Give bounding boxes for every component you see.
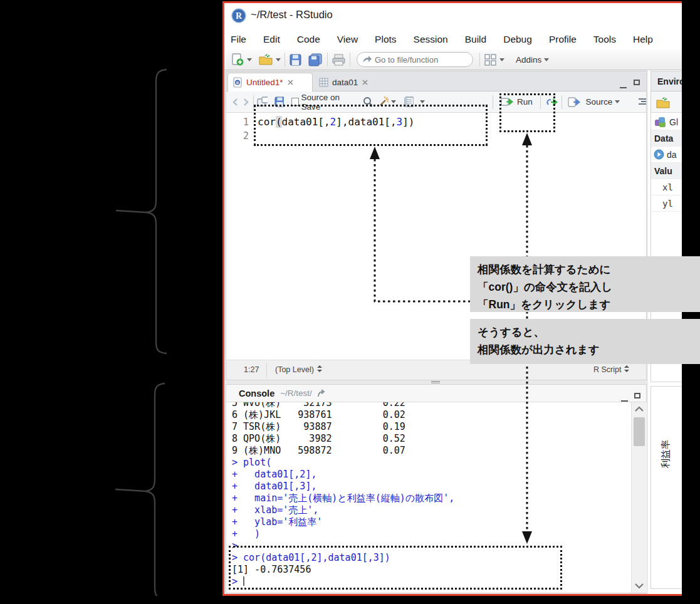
load-workspace-icon[interactable] (656, 96, 671, 110)
source-button[interactable]: Source (565, 96, 622, 108)
close-icon[interactable] (362, 80, 368, 85)
toolbar-separator (327, 53, 328, 66)
goto-arrow-icon (362, 56, 372, 64)
source-caret-icon[interactable] (615, 100, 620, 103)
annotation-line: 「cor()」の命令文を記入し (478, 278, 692, 296)
pane-layout-icon[interactable] (484, 53, 497, 66)
menu-profile[interactable]: Profile (549, 34, 577, 45)
minimize-pane-icon[interactable] (620, 80, 627, 91)
menu-build[interactable]: Build (465, 34, 486, 45)
goto-file-input[interactable] (375, 55, 462, 65)
curly-brace-bottom (115, 383, 165, 599)
forward-icon[interactable] (241, 98, 249, 107)
scroll-down-icon[interactable] (635, 583, 644, 589)
open-in-new-icon[interactable] (317, 389, 327, 397)
goto-file-search[interactable] (357, 52, 473, 67)
console-line: + xlab='売上', (232, 504, 630, 516)
main-toolbar: Addins (224, 49, 700, 70)
menu-debug[interactable]: Debug (503, 34, 532, 45)
tab-data01-label: data01 (332, 78, 358, 87)
scrollbar-thumb[interactable] (634, 417, 645, 446)
env-item-label: da (667, 150, 677, 160)
source-file-icon (568, 97, 583, 107)
global-env-label: Gl (669, 117, 678, 127)
back-icon[interactable] (231, 98, 239, 107)
rstudio-logo-icon: R (231, 8, 246, 23)
plot-y-axis-label: 利益率 (660, 440, 672, 468)
annotation-line: 相関係数が出力されます (478, 341, 692, 358)
line-number: 1 (226, 117, 249, 128)
console-scrollbar[interactable] (631, 402, 647, 593)
updown-icon (317, 365, 322, 372)
console-line: > plot( (232, 457, 630, 469)
pane-layout-caret-icon[interactable] (499, 58, 504, 61)
expand-play-icon[interactable] (654, 149, 664, 160)
tab-environment[interactable]: Enviro (657, 76, 685, 86)
toolbar-separator (562, 95, 562, 109)
console-header: Console ~/R/test/ (226, 385, 646, 402)
toolbar-separator (350, 53, 350, 66)
status-divider (266, 363, 267, 378)
annotation-run-instruction: 相関係数を計算するために 「cor()」の命令文を記入し 「Run」をクリックし… (470, 256, 700, 312)
console-line: 6 (株)JKL 938761 0.02 (232, 409, 630, 421)
save-all-icon[interactable] (308, 53, 323, 66)
annotation-result-note: そうすると、 相関係数が出力されます (470, 319, 700, 364)
console-line: + data01[,3], (232, 481, 630, 492)
menu-edit[interactable]: Edit (263, 34, 280, 45)
save-icon[interactable] (289, 53, 302, 66)
source-button-label: Source (585, 97, 612, 107)
console-line: + ) (232, 528, 630, 540)
tab-data01[interactable]: data01 (314, 73, 374, 91)
maximize-pane-icon[interactable] (634, 390, 640, 401)
window-title: ~/R/test - RStudio (251, 9, 333, 21)
curly-brace-top (116, 70, 167, 353)
addins-menu[interactable]: Addins (516, 55, 541, 65)
menu-file[interactable]: File (231, 34, 246, 45)
menu-plots[interactable]: Plots (375, 34, 396, 45)
code-tools-caret-icon[interactable] (391, 100, 396, 103)
close-icon[interactable] (288, 80, 293, 85)
file-type-selector[interactable]: R Script (593, 365, 629, 374)
line-number: 2 (226, 130, 249, 142)
console-line: 8 QPO(株) 3982 0.52 (232, 433, 630, 445)
r-script-file-icon: R (233, 77, 243, 88)
console-line: + data01[,2], (232, 469, 630, 481)
tab-untitled1[interactable]: R Untitled1* (227, 73, 313, 91)
menu-tools[interactable]: Tools (593, 34, 616, 45)
svg-text:R: R (236, 80, 239, 85)
title-bar: R ~/R/test - RStudio (224, 3, 700, 29)
console-line: + main='売上(横軸)と利益率(縦軸)の散布図', (232, 492, 630, 504)
open-file-icon[interactable] (258, 53, 273, 66)
print-icon[interactable] (332, 53, 346, 66)
console-line: 5 WVU(株) 32173 0.22 (232, 402, 630, 409)
menu-code[interactable]: Code (297, 34, 320, 45)
scope-selector[interactable]: (Top Level) (275, 365, 322, 374)
menu-session[interactable]: Session (414, 34, 448, 45)
open-file-caret-icon[interactable] (276, 58, 281, 61)
toolbar-separator (493, 95, 493, 109)
highlight-box-console-result (229, 546, 562, 590)
console-line: + ylab='利益率' (232, 516, 630, 528)
svg-text:R: R (236, 11, 243, 21)
updown-icon (624, 365, 629, 372)
data-grid-icon (319, 78, 328, 87)
console-line: 9 (株)MNO 598872 0.07 (232, 445, 630, 457)
maximize-pane-icon[interactable] (634, 76, 640, 88)
new-file-caret-icon[interactable] (247, 58, 252, 61)
menu-help[interactable]: Help (633, 34, 653, 45)
tutorial-figure: R ~/R/test - RStudio File Edit Code View… (0, 0, 700, 604)
new-file-icon[interactable] (231, 53, 244, 66)
pane-splitter-handle[interactable] (431, 380, 441, 383)
menu-bar: File Edit Code View Plots Session Build … (224, 29, 700, 49)
addins-caret-icon[interactable] (544, 58, 549, 61)
menu-view[interactable]: View (337, 34, 358, 45)
console-tab-label[interactable]: Console (239, 388, 274, 398)
tab-untitled1-label: Untitled1* (246, 78, 283, 87)
scroll-up-icon[interactable] (635, 406, 644, 412)
console-working-directory: ~/R/test/ (280, 388, 312, 398)
cursor-position: 1:27 (244, 365, 259, 374)
annotation-line: 相関係数を計算するために (478, 261, 692, 278)
report-caret-icon[interactable] (420, 100, 425, 103)
document-outline-icon[interactable] (636, 98, 646, 107)
annotation-line: 「Run」をクリックします (478, 296, 692, 313)
